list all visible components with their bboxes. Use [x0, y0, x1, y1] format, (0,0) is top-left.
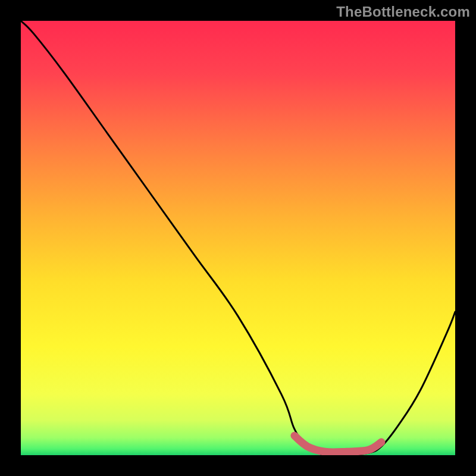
- plot-svg: [21, 21, 455, 455]
- plot-area: [21, 21, 455, 455]
- gradient-background: [21, 21, 455, 455]
- chart-frame: TheBottleneck.com: [0, 0, 476, 476]
- watermark-text: TheBottleneck.com: [336, 4, 470, 20]
